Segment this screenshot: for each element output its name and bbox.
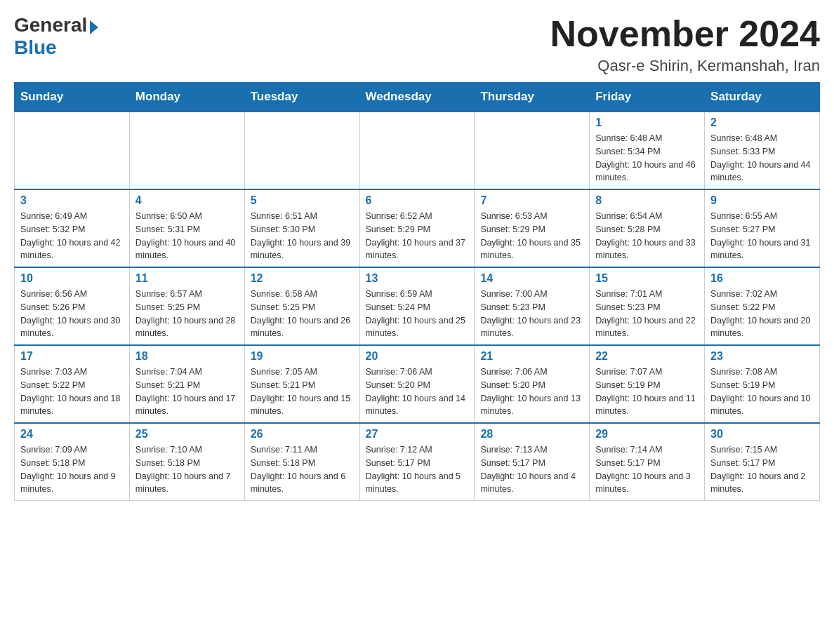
day-info: Sunrise: 6:54 AMSunset: 5:28 PMDaylight:… <box>595 210 699 262</box>
location-title: Qasr-e Shirin, Kermanshah, Iran <box>550 57 820 75</box>
day-number: 30 <box>710 428 814 441</box>
day-number: 24 <box>20 428 124 441</box>
day-number: 26 <box>251 428 354 441</box>
day-info: Sunrise: 7:08 AMSunset: 5:19 PMDaylight:… <box>710 365 814 418</box>
title-block: November 2024 Qasr-e Shirin, Kermanshah,… <box>550 14 820 75</box>
page-header: General Blue November 2024 Qasr-e Shirin… <box>14 14 820 75</box>
day-info: Sunrise: 7:09 AMSunset: 5:18 PMDaylight:… <box>20 443 124 496</box>
day-info: Sunrise: 7:02 AMSunset: 5:22 PMDaylight:… <box>710 288 814 340</box>
calendar-cell: 4Sunrise: 6:50 AMSunset: 5:31 PMDaylight… <box>129 189 244 267</box>
calendar-cell: 16Sunrise: 7:02 AMSunset: 5:22 PMDayligh… <box>705 267 820 345</box>
day-info: Sunrise: 7:13 AMSunset: 5:17 PMDaylight:… <box>480 443 583 496</box>
calendar-cell: 1Sunrise: 6:48 AMSunset: 5:34 PMDaylight… <box>590 112 705 189</box>
calendar-cell: 3Sunrise: 6:49 AMSunset: 5:32 PMDaylight… <box>15 189 130 267</box>
calendar-cell: 20Sunrise: 7:06 AMSunset: 5:20 PMDayligh… <box>359 345 475 423</box>
calendar-cell: 28Sunrise: 7:13 AMSunset: 5:17 PMDayligh… <box>475 423 590 501</box>
calendar-cell: 2Sunrise: 6:48 AMSunset: 5:33 PMDaylight… <box>705 112 820 189</box>
day-info: Sunrise: 7:07 AMSunset: 5:19 PMDaylight:… <box>595 365 699 418</box>
calendar-cell: 15Sunrise: 7:01 AMSunset: 5:23 PMDayligh… <box>590 267 705 345</box>
day-number: 2 <box>710 116 814 129</box>
logo-arrow-icon <box>90 20 98 34</box>
day-info: Sunrise: 6:48 AMSunset: 5:33 PMDaylight:… <box>710 132 814 185</box>
weekday-header-tuesday: Tuesday <box>244 83 359 112</box>
calendar-cell: 12Sunrise: 6:58 AMSunset: 5:25 PMDayligh… <box>244 267 359 345</box>
day-info: Sunrise: 6:58 AMSunset: 5:25 PMDaylight:… <box>251 288 354 340</box>
day-number: 13 <box>366 272 469 285</box>
calendar-cell <box>15 112 130 189</box>
weekday-header-friday: Friday <box>590 83 705 112</box>
day-info: Sunrise: 7:11 AMSunset: 5:18 PMDaylight:… <box>251 443 354 496</box>
calendar-cell: 17Sunrise: 7:03 AMSunset: 5:22 PMDayligh… <box>15 345 130 423</box>
logo-line2: Blue <box>14 36 57 59</box>
day-number: 29 <box>595 428 699 441</box>
calendar-cell: 25Sunrise: 7:10 AMSunset: 5:18 PMDayligh… <box>129 423 244 501</box>
calendar-cell: 26Sunrise: 7:11 AMSunset: 5:18 PMDayligh… <box>244 423 359 501</box>
day-info: Sunrise: 6:57 AMSunset: 5:25 PMDaylight:… <box>135 288 239 340</box>
day-info: Sunrise: 6:56 AMSunset: 5:26 PMDaylight:… <box>20 288 124 340</box>
day-number: 1 <box>595 116 699 129</box>
day-info: Sunrise: 6:50 AMSunset: 5:31 PMDaylight:… <box>135 210 239 262</box>
weekday-header-monday: Monday <box>129 83 244 112</box>
day-number: 19 <box>251 350 354 363</box>
calendar-table: SundayMondayTuesdayWednesdayThursdayFrid… <box>14 82 820 501</box>
calendar-cell: 29Sunrise: 7:14 AMSunset: 5:17 PMDayligh… <box>590 423 705 501</box>
weekday-header-sunday: Sunday <box>15 83 130 112</box>
day-info: Sunrise: 6:49 AMSunset: 5:32 PMDaylight:… <box>20 210 124 262</box>
calendar-cell <box>244 112 359 189</box>
day-info: Sunrise: 6:53 AMSunset: 5:29 PMDaylight:… <box>480 210 583 262</box>
weekday-header-saturday: Saturday <box>705 83 820 112</box>
week-row-5: 24Sunrise: 7:09 AMSunset: 5:18 PMDayligh… <box>15 423 820 501</box>
day-number: 18 <box>135 350 239 363</box>
day-number: 20 <box>366 350 469 363</box>
weekday-header-row: SundayMondayTuesdayWednesdayThursdayFrid… <box>15 83 820 112</box>
calendar-cell: 18Sunrise: 7:04 AMSunset: 5:21 PMDayligh… <box>129 345 244 423</box>
day-number: 6 <box>366 194 469 207</box>
day-number: 21 <box>480 350 583 363</box>
calendar-cell: 23Sunrise: 7:08 AMSunset: 5:19 PMDayligh… <box>705 345 820 423</box>
logo-blue-text: Blue <box>14 36 57 58</box>
day-number: 10 <box>20 272 124 285</box>
calendar-cell: 19Sunrise: 7:05 AMSunset: 5:21 PMDayligh… <box>244 345 359 423</box>
day-number: 16 <box>710 272 814 285</box>
day-number: 5 <box>251 194 354 207</box>
day-info: Sunrise: 6:48 AMSunset: 5:34 PMDaylight:… <box>595 132 699 185</box>
day-info: Sunrise: 7:04 AMSunset: 5:21 PMDaylight:… <box>135 365 239 418</box>
logo-general-text: General <box>14 14 87 36</box>
calendar-cell <box>475 112 590 189</box>
day-number: 23 <box>710 350 814 363</box>
day-number: 22 <box>595 350 699 363</box>
day-number: 17 <box>20 350 124 363</box>
day-number: 4 <box>135 194 239 207</box>
day-number: 8 <box>595 194 699 207</box>
calendar-cell: 24Sunrise: 7:09 AMSunset: 5:18 PMDayligh… <box>15 423 130 501</box>
calendar-cell: 21Sunrise: 7:06 AMSunset: 5:20 PMDayligh… <box>475 345 590 423</box>
day-number: 11 <box>135 272 239 285</box>
weekday-header-wednesday: Wednesday <box>359 83 475 112</box>
day-info: Sunrise: 6:52 AMSunset: 5:29 PMDaylight:… <box>366 210 469 262</box>
day-info: Sunrise: 7:06 AMSunset: 5:20 PMDaylight:… <box>366 365 469 418</box>
day-info: Sunrise: 6:51 AMSunset: 5:30 PMDaylight:… <box>251 210 354 262</box>
day-number: 27 <box>366 428 469 441</box>
day-number: 9 <box>710 194 814 207</box>
calendar-cell: 27Sunrise: 7:12 AMSunset: 5:17 PMDayligh… <box>359 423 475 501</box>
day-number: 28 <box>480 428 583 441</box>
day-number: 25 <box>135 428 239 441</box>
calendar-cell: 7Sunrise: 6:53 AMSunset: 5:29 PMDaylight… <box>475 189 590 267</box>
week-row-1: 1Sunrise: 6:48 AMSunset: 5:34 PMDaylight… <box>15 112 820 189</box>
day-number: 12 <box>251 272 354 285</box>
calendar-cell: 8Sunrise: 6:54 AMSunset: 5:28 PMDaylight… <box>590 189 705 267</box>
calendar-cell: 30Sunrise: 7:15 AMSunset: 5:17 PMDayligh… <box>705 423 820 501</box>
calendar-cell <box>129 112 244 189</box>
calendar-cell: 22Sunrise: 7:07 AMSunset: 5:19 PMDayligh… <box>590 345 705 423</box>
calendar-cell <box>359 112 475 189</box>
calendar-cell: 5Sunrise: 6:51 AMSunset: 5:30 PMDaylight… <box>244 189 359 267</box>
day-number: 7 <box>480 194 583 207</box>
day-info: Sunrise: 7:12 AMSunset: 5:17 PMDaylight:… <box>366 443 469 496</box>
day-number: 3 <box>20 194 124 207</box>
weekday-header-thursday: Thursday <box>475 83 590 112</box>
day-info: Sunrise: 7:03 AMSunset: 5:22 PMDaylight:… <box>20 365 124 418</box>
calendar-cell: 11Sunrise: 6:57 AMSunset: 5:25 PMDayligh… <box>129 267 244 345</box>
day-info: Sunrise: 7:05 AMSunset: 5:21 PMDaylight:… <box>251 365 354 418</box>
day-info: Sunrise: 7:01 AMSunset: 5:23 PMDaylight:… <box>595 288 699 340</box>
week-row-3: 10Sunrise: 6:56 AMSunset: 5:26 PMDayligh… <box>15 267 820 345</box>
